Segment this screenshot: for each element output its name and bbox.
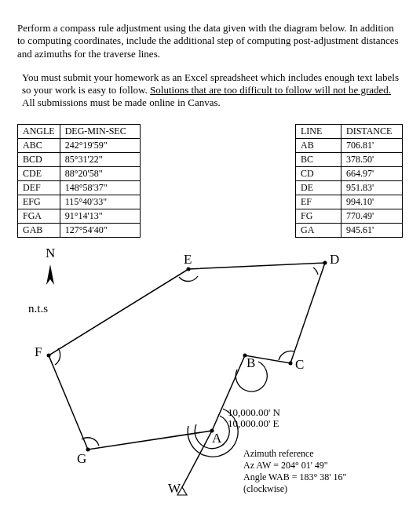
intro-p2-underlined: Solutions that are too difficult to foll…: [150, 84, 391, 96]
table-row: AB706.81': [296, 138, 403, 152]
label-e: E: [184, 252, 192, 268]
coord-n: 10,000.00' N: [228, 407, 280, 419]
label-w: W: [168, 481, 181, 497]
angle-wab: Angle WAB = 183° 38' 16": [243, 471, 346, 483]
coords-block: 10,000.00' N 10,000.00' E: [228, 407, 280, 431]
nts-label: n.t.s: [28, 302, 48, 315]
label-d: D: [330, 252, 339, 268]
label-c: C: [295, 357, 304, 373]
distance-header: DISTANCE: [341, 124, 403, 138]
table-row: BCD85°31'22": [18, 152, 141, 166]
north-label: N: [46, 246, 55, 261]
label-a: A: [212, 431, 221, 446]
table-row: ABC242°19'59": [18, 138, 141, 152]
clockwise: (clockwise): [243, 483, 346, 495]
angle-table: ANGLE DEG-MIN-SEC ABC242°19'59" BCD85°31…: [17, 124, 141, 238]
dms-header: DEG-MIN-SEC: [60, 124, 140, 138]
north-arrow-icon: [46, 264, 54, 285]
table-row: DE951.83': [296, 180, 403, 195]
svg-marker-0: [46, 264, 54, 285]
table-row: DEF148°58'37": [18, 180, 141, 195]
table-row: BC378.50': [296, 152, 403, 166]
label-f: F: [35, 344, 42, 360]
table-row: EFG115°40'33": [18, 195, 141, 209]
coord-e: 10,000.00' E: [228, 418, 280, 430]
distance-table: LINE DISTANCE AB706.81' BC378.50' CD664.…: [295, 124, 403, 238]
intro-paragraph-2: You must submit your homework as an Exce…: [17, 71, 403, 110]
azimuth-aw: Az AW = 204° 01' 49": [243, 460, 346, 471]
vertex-d: [323, 260, 327, 264]
azimuth-block: Azimuth reference Az AW = 204° 01' 49" A…: [243, 448, 346, 495]
angle-arc-d: [313, 268, 318, 275]
table-row: CDE88°20'58": [18, 166, 141, 180]
table-header-row: ANGLE DEG-MIN-SEC: [18, 124, 141, 138]
table-row: GA945.61': [296, 223, 403, 237]
table-row: CD664.97': [296, 166, 403, 180]
table-row: EF994.10': [296, 195, 403, 209]
table-row: FG770.49': [296, 209, 403, 223]
table-row: FGA91°14'13": [18, 209, 141, 223]
azimuth-title: Azimuth reference: [243, 448, 346, 460]
traverse-polygon: [49, 263, 325, 450]
intro-paragraph-1: Perform a compass rule adjustment using …: [17, 22, 403, 60]
intro-p2-b: All submissions must be made online in C…: [22, 96, 221, 108]
label-b: B: [247, 355, 255, 371]
label-g: G: [77, 451, 86, 467]
tables-row: ANGLE DEG-MIN-SEC ABC242°19'59" BCD85°31…: [17, 124, 403, 238]
angle-arc-e: [179, 276, 198, 282]
angle-header: ANGLE: [18, 124, 60, 138]
line-header: LINE: [296, 124, 341, 138]
table-row: GAB127°54'40": [18, 223, 141, 237]
vertex-f: [47, 353, 51, 357]
vertex-e: [187, 267, 191, 271]
vertex-c: [289, 361, 293, 365]
table-header-row: LINE DISTANCE: [296, 124, 403, 138]
traverse-diagram: N n.t.s A B C D E F G W 10,000.00' N 10,…: [17, 246, 402, 497]
